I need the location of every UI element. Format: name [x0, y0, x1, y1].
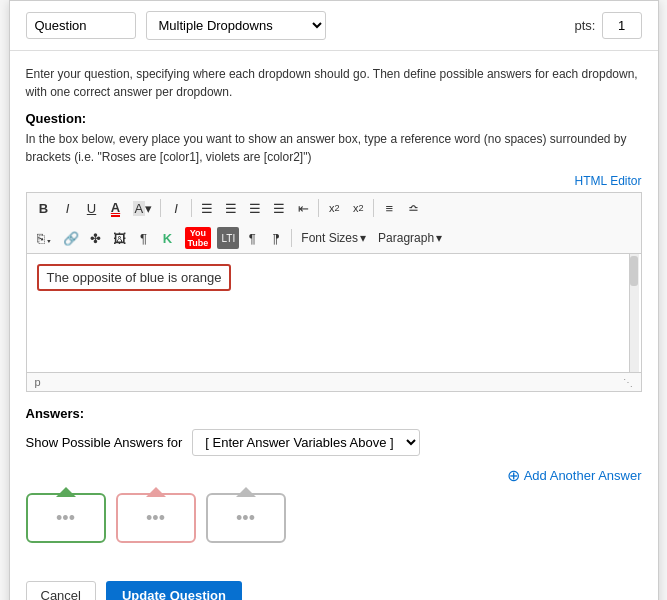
update-question-button[interactable]: Update Question	[106, 581, 242, 600]
question-type-select[interactable]: Multiple Dropdowns	[146, 11, 326, 40]
paragraph-dropdown[interactable]: Paragraph ▾	[373, 228, 447, 248]
separator1	[160, 199, 161, 217]
question-section-label: Question:	[26, 111, 642, 126]
separator4	[373, 199, 374, 217]
bold-button[interactable]: B	[33, 197, 55, 219]
align-right-button[interactable]: ☰	[244, 197, 266, 219]
font-bg-button[interactable]: A▾	[129, 197, 157, 219]
cancel-button[interactable]: Cancel	[26, 581, 96, 600]
question-text-input[interactable]	[26, 12, 136, 39]
answer-card-dots-0: •••	[56, 508, 75, 529]
header-bar: Multiple Dropdowns pts:	[10, 1, 658, 51]
link-button[interactable]: 🔗	[59, 227, 83, 249]
separator3	[318, 199, 319, 217]
subscript-button[interactable]: x2	[347, 197, 369, 219]
body-area: Enter your question, specifying where ea…	[10, 51, 658, 571]
list-ul-button[interactable]: ≡	[378, 197, 400, 219]
list-ol-button[interactable]: ≏	[402, 197, 424, 219]
answers-section: Answers: Show Possible Answers for [ Ent…	[26, 406, 642, 543]
plus-icon: ⊕	[507, 466, 520, 485]
pts-label: pts:	[575, 18, 596, 33]
add-another-label: Add Another Answer	[524, 468, 642, 483]
editor-footer: p ⋱	[26, 373, 642, 392]
pts-input[interactable]	[602, 12, 642, 39]
pts-area: pts:	[575, 12, 642, 39]
answer-cards: ••• ••• •••	[26, 493, 642, 543]
align-justify-button[interactable]: ☰	[268, 197, 290, 219]
sub-instructions: In the box below, every place you want t…	[26, 130, 642, 166]
separator2	[191, 199, 192, 217]
show-possible-row: Show Possible Answers for [ Enter Answer…	[26, 429, 642, 456]
align-left-button[interactable]: ☰	[196, 197, 218, 219]
show-possible-label: Show Possible Answers for	[26, 435, 183, 450]
toolbar-row1: B I U A A▾ I ☰ ☰ ☰ ☰ ⇤ x2 x2 ≡ ≏	[26, 192, 642, 223]
answer-card-dots-2: •••	[236, 508, 255, 529]
italic-button[interactable]: I	[57, 197, 79, 219]
answer-card-1[interactable]: •••	[116, 493, 196, 543]
answer-card-0[interactable]: •••	[26, 493, 106, 543]
toolbar-row2: ⎘▾ 🔗 ✤ 🖼 ¶ K YouTube LTI ¶ ¶ Font Sizes …	[26, 223, 642, 253]
add-another-button[interactable]: ⊕ Add Another Answer	[26, 466, 642, 485]
editor-content: The opposite of blue is orange	[37, 264, 232, 291]
answer-card-dots-1: •••	[146, 508, 165, 529]
italic2-button[interactable]: I	[165, 197, 187, 219]
answer-variable-select[interactable]: [ Enter Answer Variables Above ]	[192, 429, 420, 456]
indent-button[interactable]: ⇤	[292, 197, 314, 219]
lti-button[interactable]: LTI	[217, 227, 239, 249]
embed-button[interactable]: ✤	[85, 227, 107, 249]
answer-card-2[interactable]: •••	[206, 493, 286, 543]
add-another-row: ⊕ Add Another Answer	[26, 466, 642, 485]
show-para-button[interactable]: ¶	[241, 227, 263, 249]
main-instructions: Enter your question, specifying where ea…	[26, 65, 642, 101]
font-sizes-dropdown[interactable]: Font Sizes ▾	[296, 228, 371, 248]
font-color-button[interactable]: A	[105, 197, 127, 219]
image-button[interactable]: 🖼	[109, 227, 131, 249]
separator5	[291, 229, 292, 247]
editor-tag: p	[35, 376, 41, 388]
superscript-button[interactable]: x2	[323, 197, 345, 219]
html-editor-link[interactable]: HTML Editor	[26, 174, 642, 188]
answers-label: Answers:	[26, 406, 642, 421]
youtube-button[interactable]: YouTube	[181, 227, 216, 249]
para-button[interactable]: ¶	[133, 227, 155, 249]
editor-area[interactable]: The opposite of blue is orange	[26, 253, 642, 373]
rtl-button[interactable]: ¶	[265, 227, 287, 249]
align-center-button[interactable]: ☰	[220, 197, 242, 219]
resize-handle[interactable]: ⋱	[623, 377, 633, 388]
underline-button[interactable]: U	[81, 197, 103, 219]
modal-dialog: Multiple Dropdowns pts: Enter your quest…	[9, 0, 659, 600]
khan-button[interactable]: K	[157, 227, 179, 249]
table-button[interactable]: ⎘▾	[33, 227, 57, 249]
footer-buttons: Cancel Update Question	[10, 571, 658, 600]
